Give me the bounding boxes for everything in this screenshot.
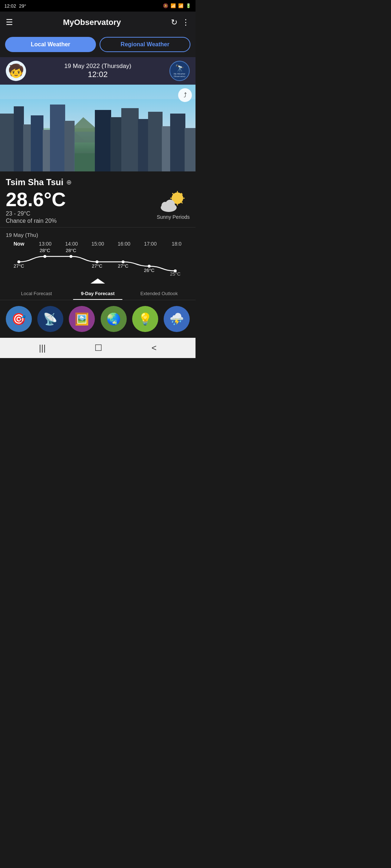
svg-rect-8 — [43, 130, 51, 171]
crosshair-icon[interactable]: ⊕ — [66, 178, 72, 186]
svg-text:25°C: 25°C — [170, 271, 180, 276]
svg-point-32 — [17, 260, 20, 263]
binoculars-icon: 🔭 — [175, 64, 184, 73]
svg-rect-12 — [95, 110, 111, 171]
svg-rect-5 — [14, 106, 24, 171]
hour-label-4: 16:00 — [111, 241, 137, 247]
hour-label-3: 15:00 — [85, 241, 111, 247]
svg-point-33 — [43, 255, 46, 258]
svg-rect-7 — [31, 115, 43, 171]
time-text: 12:02 — [30, 70, 165, 79]
status-time: 12:02 — [4, 3, 16, 9]
hourly-scroll[interactable]: Now 13:00 14:00 15:00 16:00 17:00 18:0 — [6, 241, 190, 276]
tab-local-weather[interactable]: Local Weather — [5, 37, 96, 52]
svg-rect-19 — [185, 128, 196, 171]
svg-text:26°C: 26°C — [144, 268, 154, 273]
app-title: MyObservatory — [17, 18, 167, 27]
tips-icon-btn[interactable]: 💡 — [132, 306, 158, 332]
svg-rect-4 — [0, 114, 14, 171]
hours-labels-row: Now 13:00 14:00 15:00 16:00 17:00 18:0 — [6, 241, 190, 247]
status-bar: 12:02 29° 🔕 📶 📶 🔋 — [0, 0, 196, 12]
tab-extended-outlook[interactable]: Extended Outlook — [129, 286, 190, 300]
svg-text:28°C: 28°C — [39, 248, 50, 253]
map-icon-btn[interactable]: 🌏 — [101, 306, 127, 332]
tips-icon: 💡 — [138, 312, 152, 326]
status-temp: 29° — [19, 3, 26, 9]
export-button[interactable]: ⤴ — [178, 88, 192, 102]
main-temperature: 28.6°C — [6, 190, 66, 209]
hourly-section: 19 May (Thu) Now 13:00 14:00 15:00 16:00… — [0, 227, 196, 276]
battery-icon: 🔋 — [186, 3, 191, 8]
obs-logo: 🔭 My WeatherObservatory — [169, 61, 190, 81]
temp-curve-area: 27°C 28°C 28°C 27°C 27°C 26°C 25°C — [6, 247, 190, 276]
expand-triangle-icon — [91, 278, 105, 284]
top-bar: ☰ MyObservatory ↻ ⋮ — [0, 12, 196, 33]
status-left: 12:02 29° — [4, 3, 26, 9]
nav-home-icon[interactable]: ☐ — [94, 343, 102, 353]
svg-text:27°C: 27°C — [13, 263, 24, 269]
svg-rect-11 — [74, 132, 96, 171]
tab-9day-forecast[interactable]: 9-Day Forecast — [67, 286, 128, 300]
svg-text:27°C: 27°C — [92, 263, 102, 269]
avatar: 🧒 — [6, 61, 26, 81]
svg-rect-10 — [64, 121, 75, 171]
hour-label-5: 17:00 — [137, 241, 164, 247]
svg-rect-14 — [121, 108, 139, 171]
weather-icon-area: Sunny Periods — [157, 190, 190, 220]
icon-strip: 🎯 📡 🖼️ 🌏 💡 ⛈️ — [0, 300, 196, 338]
satellite-icon: 📡 — [43, 312, 58, 326]
gallery-icon-btn[interactable]: 🖼️ — [69, 306, 95, 332]
rain-chance: Chance of rain 20% — [6, 218, 66, 224]
skyline-image: ⤴ — [0, 85, 196, 171]
svg-point-34 — [70, 255, 72, 258]
temp-curve-svg: 27°C 28°C 28°C 27°C 27°C 26°C 25°C — [6, 247, 188, 276]
expand-handle[interactable] — [0, 276, 196, 286]
location-name: Tsim Sha Tsui — [6, 177, 63, 187]
date-text: 19 May 2022 (Thursday) — [30, 63, 165, 70]
temp-row: 28.6°C 23 - 29°C Chance of rain 20% — [6, 190, 190, 224]
temp-left: 28.6°C 23 - 29°C Chance of rain 20% — [6, 190, 66, 224]
refresh-icon[interactable]: ↻ — [171, 18, 177, 27]
svg-rect-18 — [170, 114, 185, 171]
gallery-icon: 🖼️ — [75, 312, 89, 326]
svg-line-25 — [172, 193, 174, 195]
mute-icon: 🔕 — [163, 3, 168, 8]
svg-text:28°C: 28°C — [66, 248, 76, 253]
menu-icon[interactable]: ☰ — [6, 18, 13, 27]
tab-regional-weather[interactable]: Regional Weather — [100, 37, 190, 52]
export-icon: ⤴ — [184, 92, 187, 99]
nav-back-icon[interactable]: < — [151, 343, 156, 353]
radar-icon-btn[interactable]: 🎯 — [6, 306, 32, 332]
nav-bar: ||| ☐ < — [0, 338, 196, 358]
svg-point-31 — [165, 200, 175, 209]
svg-rect-17 — [162, 126, 171, 171]
tab-local-forecast[interactable]: Local Forecast — [6, 286, 67, 300]
weather-info: Tsim Sha Tsui ⊕ 28.6°C 23 - 29°C Chance … — [0, 171, 196, 227]
bottom-tabs: Local Forecast 9-Day Forecast Extended O… — [0, 286, 196, 300]
svg-rect-13 — [110, 117, 122, 171]
weather-description: Sunny Periods — [157, 214, 190, 220]
storm-icon-btn[interactable]: ⛈️ — [164, 306, 190, 332]
satellite-icon-btn[interactable]: 📡 — [37, 306, 63, 332]
sunny-periods-icon — [159, 191, 188, 213]
avatar-face: 🧒 — [8, 63, 24, 78]
hour-label-2: 14:00 — [58, 241, 85, 247]
temp-range: 23 - 29°C — [6, 210, 66, 217]
svg-rect-6 — [23, 124, 32, 171]
signal-icon: 📶 — [178, 3, 184, 8]
date-bar: 🧒 19 May 2022 (Thursday) 12:02 🔭 My Weat… — [0, 57, 196, 85]
hour-label-1: 13:00 — [32, 241, 59, 247]
sun-cloud-svg — [159, 191, 188, 213]
status-right: 🔕 📶 📶 🔋 — [163, 3, 191, 8]
svg-rect-9 — [50, 105, 65, 171]
nav-recent-icon[interactable]: ||| — [39, 343, 46, 353]
svg-rect-16 — [148, 112, 163, 171]
svg-rect-15 — [138, 119, 149, 171]
hour-label-0: Now — [6, 241, 32, 247]
location-row: Tsim Sha Tsui ⊕ — [6, 177, 190, 187]
wifi-icon: 📶 — [171, 3, 176, 8]
more-icon[interactable]: ⋮ — [182, 18, 190, 27]
obs-logo-text: My WeatherObservatory — [174, 73, 186, 78]
svg-line-26 — [181, 202, 182, 203]
cityscape-svg — [0, 99, 196, 171]
